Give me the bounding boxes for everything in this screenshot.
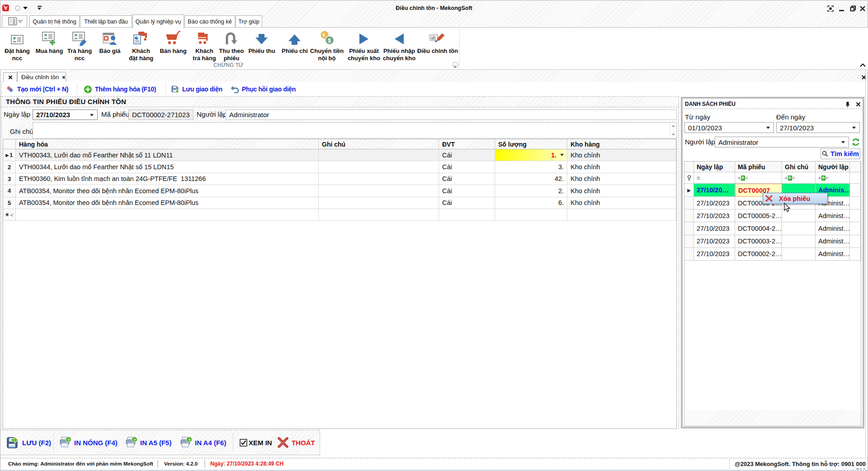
svg-text:$: $	[328, 37, 331, 44]
svg-text:€: €	[323, 32, 326, 38]
svg-text:ab: ab	[431, 35, 436, 40]
svg-text:?: ?	[188, 438, 191, 442]
svg-text:?: ?	[133, 438, 136, 442]
svg-text:?: ?	[67, 438, 70, 442]
